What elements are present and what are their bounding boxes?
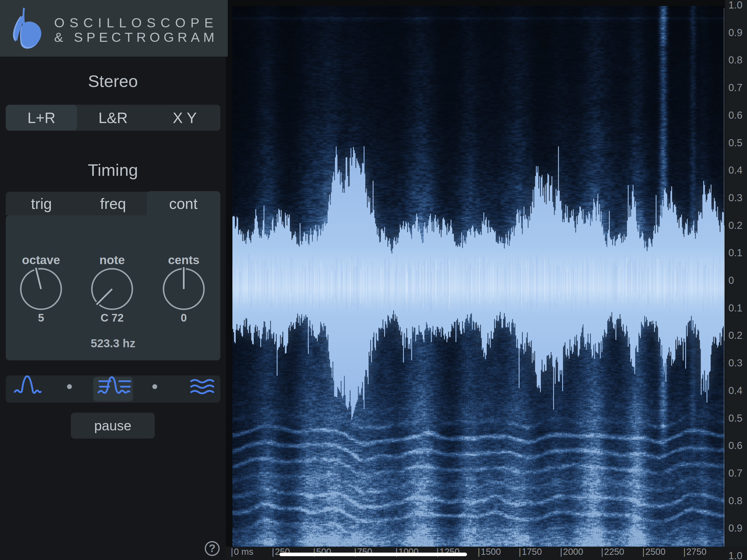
svg-text:?: ? [209, 542, 215, 554]
